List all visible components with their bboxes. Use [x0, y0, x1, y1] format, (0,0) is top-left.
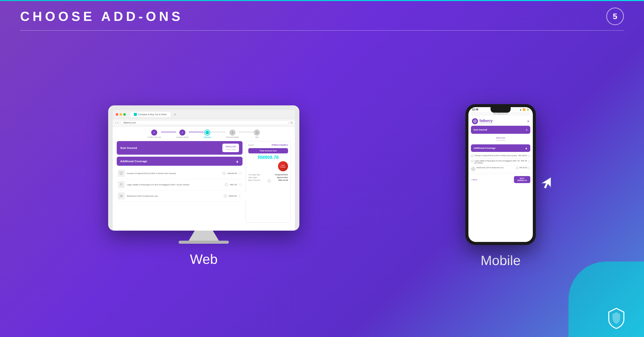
info-icon-3[interactable]: i — [224, 194, 227, 197]
phone-sum-insured-box: Sum Insured + — [471, 126, 530, 134]
new-tab-button[interactable]: + — [174, 112, 176, 116]
desktop-monitor: Compare & Buy Car & Motor + ‹ › fatberry… — [108, 105, 299, 231]
mobile-phone: 12:48 ▲ 📶 🔋 dev.fatberry.com — [465, 104, 536, 245]
phone-notch — [491, 107, 511, 113]
traffic-light-green[interactable] — [123, 113, 126, 116]
page-header: CHOOSE ADD-ONS 5 — [20, 8, 624, 31]
step-number-badge: 5 — [606, 8, 624, 25]
phone-sum-insured-plus[interactable]: + — [526, 128, 528, 132]
web-left-panel: Sum Insured RM33,300 (Fixed Value) Addit… — [117, 141, 243, 223]
next-price: RM909.78 — [517, 179, 527, 182]
phone-coverage-radio-2[interactable] — [528, 160, 530, 162]
web-right-panel: Quote #FME41V3Q96OJ Total Amount Due RM9… — [246, 141, 291, 223]
main-content: Compare & Buy Car & Motor + ‹ › fatberry… — [0, 35, 644, 337]
value-type-row: Value Type Agreed Value — [248, 176, 288, 179]
phone-coverage-radio-3[interactable] — [528, 167, 530, 169]
basic-premium-info[interactable]: i — [268, 179, 271, 182]
tab-title: Compare & Buy Car & Motor — [138, 113, 167, 116]
next-label: NEXT — [517, 178, 527, 179]
next-button[interactable]: NEXT RM909.78 — [514, 176, 530, 183]
status-time: 12:48 — [472, 108, 478, 111]
phone-additional-coverage-header[interactable]: Additional Coverage ▲ — [471, 144, 530, 152]
status-icons: ▲ 📶 🔋 — [519, 108, 529, 111]
forward-arrow[interactable]: › — [117, 121, 118, 124]
web-device-wrapper: Compare & Buy Car & Motor + ‹ › fatberry… — [108, 105, 299, 267]
coverage-item-1: Inclusion Of Special Perils (0.50% of Ve… — [117, 168, 243, 179]
back-arrow[interactable]: ‹ — [115, 121, 116, 124]
back-button[interactable]: < Back — [471, 179, 477, 181]
phone-coverage-price-3: RM 30.00 — [519, 167, 527, 168]
hamburger-menu-icon[interactable]: ≡ — [527, 119, 529, 123]
monitor-base — [179, 241, 229, 244]
phone-info-icon-2[interactable]: i — [471, 160, 473, 162]
phone-content: Sum Insured + RM33,300 (Fixed Value) Add… — [468, 126, 533, 173]
coverage-text-3: Windscreen (15% of windscreen sum — [127, 195, 222, 197]
coverage-icon-2 — [118, 181, 125, 188]
tab-favicon — [134, 113, 137, 116]
phone-icon-3 — [471, 167, 475, 171]
monitor-screen: Compare & Buy Car & Motor + ‹ › fatberry… — [113, 110, 295, 231]
coverage-text-1: Inclusion Of Special Perils (0.50% of Ve… — [127, 172, 221, 175]
step-2-circle: ✓ — [179, 130, 185, 136]
phone-sum-insured-value: RM33,300 (Fixed Value) — [471, 135, 530, 143]
value-type-label: Value Type — [248, 177, 257, 178]
phone-coverage-item-3: Windscreen (15% of windscreen sum i RM 3… — [471, 165, 530, 173]
mobile-label: Mobile — [480, 252, 520, 268]
wifi-icon: ▲ — [519, 108, 522, 111]
info-icon-1[interactable]: i — [223, 172, 226, 175]
web-cursor-area — [238, 186, 253, 202]
sum-insured-label: Sum Insured — [120, 146, 137, 149]
step-line-4 — [239, 132, 254, 132]
value-type-value: Agreed Value — [277, 177, 288, 178]
nav-arrows: ‹ › — [115, 121, 118, 124]
step-line-1 — [161, 132, 176, 132]
phone-info-icon-1[interactable]: i — [471, 155, 473, 157]
additional-coverage-chevron: ▲ — [235, 159, 239, 163]
svg-rect-3 — [120, 195, 123, 197]
phone-coverage-text-1: Inclusion Of Special Perils (0.50% of Ve… — [474, 155, 517, 157]
coverage-text-2: Legal Liability of Passengers For Acts O… — [127, 184, 223, 186]
step-3-circle — [204, 130, 210, 136]
coverage-type-label: Coverage Type — [248, 174, 260, 176]
coverage-price-3: RM30.00 — [229, 195, 237, 197]
total-amount-banner: Total Amount Due — [248, 148, 288, 153]
fatberry-shield-icon — [604, 306, 629, 331]
mobile-cursor-area — [536, 172, 553, 191]
traffic-light-red[interactable] — [116, 113, 118, 116]
nav-menu-icon[interactable]: ≡ — [291, 121, 292, 124]
info-icon-2[interactable]: i — [225, 183, 228, 186]
cursor-arrow-icon — [238, 186, 253, 201]
phone-info-icon-3[interactable]: i — [516, 167, 518, 169]
step-4-label: Personal Details — [226, 136, 239, 138]
mobile-device-wrapper: 12:48 ▲ 📶 🔋 dev.fatberry.com — [465, 104, 536, 268]
phone-screen: 12:48 ▲ 📶 🔋 dev.fatberry.com — [468, 107, 533, 242]
phone-bottom-bar: < Back NEXT RM909.78 — [468, 174, 533, 185]
svg-marker-5 — [541, 177, 551, 189]
shield-logo-area — [604, 306, 629, 332]
coverage-type-row: Coverage Type Comprehensive — [248, 173, 288, 176]
tune-logo-area: Tune Protect — [248, 161, 288, 171]
address-bar[interactable]: fatberry.com — [120, 120, 289, 125]
battery-icon: 🔋 — [527, 108, 529, 111]
browser-tab[interactable]: Compare & Buy Car & Motor — [130, 112, 171, 117]
coverage-radio-2[interactable] — [239, 183, 242, 186]
additional-coverage-header[interactable]: Additional Coverage ▲ — [117, 157, 243, 166]
page-title: CHOOSE ADD-ONS — [20, 9, 183, 24]
phone-coverage-price-1: RM 166.50 — [518, 155, 527, 156]
signal-icon: 📶 — [523, 108, 526, 111]
web-app-content: Sum Insured RM33,300 (Fixed Value) Addit… — [113, 141, 295, 227]
total-amount-title: Total Amount Due — [251, 150, 286, 152]
step-1: ✓ Confirm Your Car — [148, 130, 161, 138]
coverage-radio-1[interactable] — [239, 172, 242, 175]
traffic-light-yellow[interactable] — [119, 113, 122, 116]
quote-id: #FME41V3Q96OJ — [271, 144, 288, 146]
quote-label: Quote — [248, 144, 254, 146]
brand-tagline: Smarter Insurance — [479, 122, 493, 124]
coverage-type-value: Comprehensive — [275, 174, 288, 176]
additional-coverage-label: Additional Coverage — [120, 160, 147, 163]
phone-coverage-radio-1[interactable] — [528, 155, 530, 157]
basic-premium-value: RM1,131.80 — [278, 179, 288, 182]
step-2: ✓ Compare Quote — [176, 130, 189, 138]
step-1-label: Confirm Your Car — [148, 136, 161, 138]
coverage-price-2: RM7.50 — [230, 184, 237, 186]
